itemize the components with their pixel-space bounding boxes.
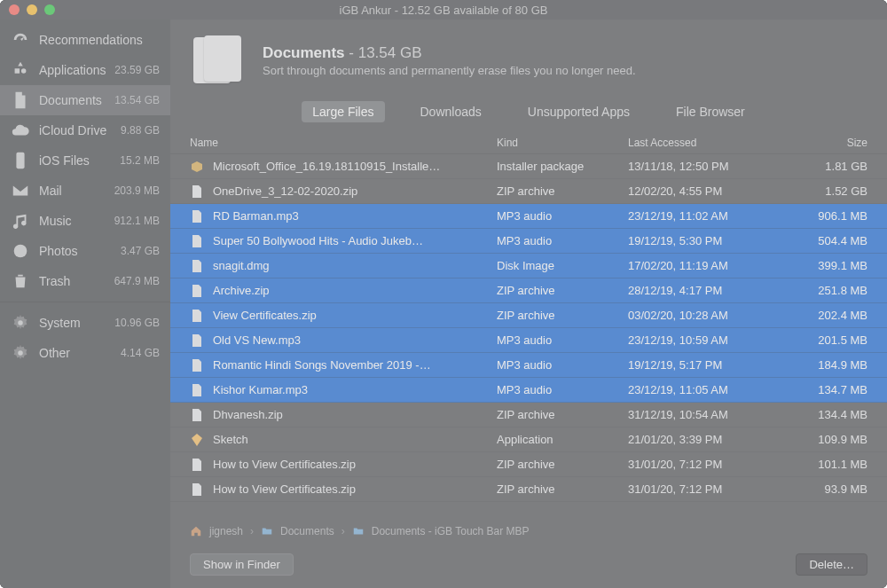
table-row[interactable]: Romantic Hindi Songs November 2019 -… MP… <box>170 353 887 378</box>
tab-downloads[interactable]: Downloads <box>410 101 492 122</box>
table-row[interactable]: OneDrive_3_12-02-2020.zip ZIP archive 12… <box>170 179 887 204</box>
col-kind[interactable]: Kind <box>497 137 628 149</box>
doc-icon <box>11 90 30 110</box>
col-name[interactable]: Name <box>190 137 497 149</box>
sidebar-item-size: 15.2 MB <box>120 154 160 167</box>
column-headers: Name Kind Last Accessed Size <box>170 131 887 154</box>
file-name: Romantic Hindi Songs November 2019 -… <box>213 358 431 372</box>
sidebar-item-ios-files[interactable]: iOS Files 15.2 MB <box>0 145 170 176</box>
file-size: 1.52 GB <box>804 184 867 198</box>
table-row[interactable]: Dhvanesh.zip ZIP archive 31/12/19, 10:54… <box>170 403 887 427</box>
file-size: 101.1 MB <box>804 458 867 471</box>
table-row[interactable]: How to View Certificates.zip ZIP archive… <box>170 477 887 502</box>
file-size: 251.8 MB <box>804 284 867 297</box>
file-accessed: 21/01/20, 3:39 PM <box>628 433 804 446</box>
sidebar-item-label: Documents <box>39 93 114 107</box>
sidebar-item-applications[interactable]: Applications 23.59 GB <box>0 55 170 85</box>
file-size: 201.5 MB <box>804 333 867 347</box>
file-accessed: 13/11/18, 12:50 PM <box>628 160 804 173</box>
file-name: Kishor Kumar.mp3 <box>213 383 308 396</box>
table-row[interactable]: RD Barman.mp3 MP3 audio 23/12/19, 11:02 … <box>170 204 887 229</box>
file-icon <box>190 433 204 447</box>
sidebar-item-label: Music <box>39 214 114 228</box>
file-accessed: 31/12/19, 10:54 AM <box>628 408 804 421</box>
file-icon <box>190 358 204 372</box>
sidebar-item-photos[interactable]: Photos 3.47 GB <box>0 236 170 266</box>
file-accessed: 19/12/19, 5:30 PM <box>628 234 804 247</box>
col-accessed[interactable]: Last Accessed <box>628 137 804 149</box>
sidebar-item-recommendations[interactable]: Recommendations <box>0 25 170 55</box>
documents-hero-icon <box>190 35 247 85</box>
table-row[interactable]: Kishor Kumar.mp3 MP3 audio 23/12/19, 11:… <box>170 378 887 403</box>
phone-icon <box>11 151 30 170</box>
file-icon <box>190 458 204 472</box>
file-icon <box>190 482 204 497</box>
file-accessed: 19/12/19, 5:17 PM <box>628 358 804 372</box>
breadcrumb: jignesh›Documents›Documents - iGB Touch … <box>170 518 887 545</box>
table-row[interactable]: Super 50 Bollywood Hits - Audio Jukeb… M… <box>170 229 887 254</box>
file-accessed: 31/01/20, 7:12 PM <box>628 458 804 471</box>
sidebar-item-system[interactable]: System 10.96 GB <box>0 308 170 338</box>
breadcrumb-label[interactable]: Documents - iGB Touch Bar MBP <box>372 525 530 537</box>
tab-unsupported-apps[interactable]: Unsupported Apps <box>517 101 640 122</box>
file-kind: ZIP archive <box>497 309 628 322</box>
file-kind: Disk Image <box>497 259 628 272</box>
table-row[interactable]: How to View Certificates.zip ZIP archive… <box>170 452 887 477</box>
file-icon <box>190 333 204 348</box>
file-icon <box>190 383 204 397</box>
file-name: Sketch <box>213 433 248 446</box>
music-icon <box>11 211 30 231</box>
file-icon <box>190 184 204 199</box>
gear-icon <box>11 313 30 333</box>
file-size: 906.1 MB <box>804 209 867 223</box>
file-name: snagit.dmg <box>213 259 270 272</box>
table-row[interactable]: View Certificates.zip ZIP archive 03/02/… <box>170 303 887 328</box>
file-kind: MP3 audio <box>497 333 628 347</box>
sidebar-item-label: iOS Files <box>39 153 120 168</box>
table-row[interactable]: Archive.zip ZIP archive 28/12/19, 4:17 P… <box>170 278 887 303</box>
file-kind: ZIP archive <box>497 408 628 421</box>
show-in-finder-button[interactable]: Show in Finder <box>190 553 294 576</box>
home-icon <box>190 525 202 537</box>
file-kind: MP3 audio <box>497 209 628 223</box>
sidebar-item-label: iCloud Drive <box>39 123 121 137</box>
file-size: 399.1 MB <box>804 259 867 272</box>
chevron-right-icon: › <box>250 525 254 537</box>
sidebar-item-music[interactable]: Music 912.1 MB <box>0 206 170 236</box>
file-name: How to View Certificates.zip <box>213 482 356 496</box>
sidebar-item-size: 4.14 GB <box>121 347 160 359</box>
sidebar-item-size: 3.47 GB <box>121 245 160 257</box>
gauge-icon <box>11 30 30 50</box>
file-icon <box>190 259 204 273</box>
sidebar-item-trash[interactable]: Trash 647.9 MB <box>0 266 170 296</box>
sidebar-item-mail[interactable]: Mail 203.9 MB <box>0 176 170 206</box>
file-size: 134.7 MB <box>804 383 867 396</box>
titlebar: iGB Ankur - 12.52 GB available of 80 GB <box>0 0 887 20</box>
sidebar-item-other[interactable]: Other 4.14 GB <box>0 338 170 368</box>
file-accessed: 23/12/19, 11:02 AM <box>628 209 804 223</box>
table-row[interactable]: Sketch Application 21/01/20, 3:39 PM 109… <box>170 427 887 452</box>
category-title: Documents - 13.54 GB <box>263 44 636 62</box>
file-icon <box>190 284 204 298</box>
sidebar-item-documents[interactable]: Documents 13.54 GB <box>0 85 170 115</box>
file-accessed: 12/02/20, 4:55 PM <box>628 184 804 198</box>
table-row[interactable]: Microsoft_Office_16.19.18110915_Installe… <box>170 154 887 179</box>
col-size[interactable]: Size <box>804 137 867 149</box>
sidebar-item-icloud-drive[interactable]: iCloud Drive 9.88 GB <box>0 115 170 145</box>
sidebar-item-label: Photos <box>39 244 121 258</box>
table-row[interactable]: snagit.dmg Disk Image 17/02/20, 11:19 AM… <box>170 254 887 278</box>
sidebar-item-label: Mail <box>39 184 114 198</box>
category-header: Documents - 13.54 GB Sort through docume… <box>170 20 887 89</box>
breadcrumb-label[interactable]: jignesh <box>209 525 243 537</box>
file-size: 93.9 MB <box>804 482 867 496</box>
sidebar-item-size: 23.59 GB <box>114 64 160 76</box>
tab-large-files[interactable]: Large Files <box>302 101 384 122</box>
table-row[interactable]: Old VS New.mp3 MP3 audio 23/12/19, 10:59… <box>170 328 887 353</box>
file-accessed: 28/12/19, 4:17 PM <box>628 284 804 297</box>
chevron-right-icon: › <box>341 525 345 537</box>
tab-file-browser[interactable]: File Browser <box>665 101 756 122</box>
breadcrumb-label[interactable]: Documents <box>280 525 334 537</box>
sidebar-item-label: Other <box>39 346 121 360</box>
delete-button[interactable]: Delete… <box>796 553 867 576</box>
mail-icon <box>11 181 30 200</box>
